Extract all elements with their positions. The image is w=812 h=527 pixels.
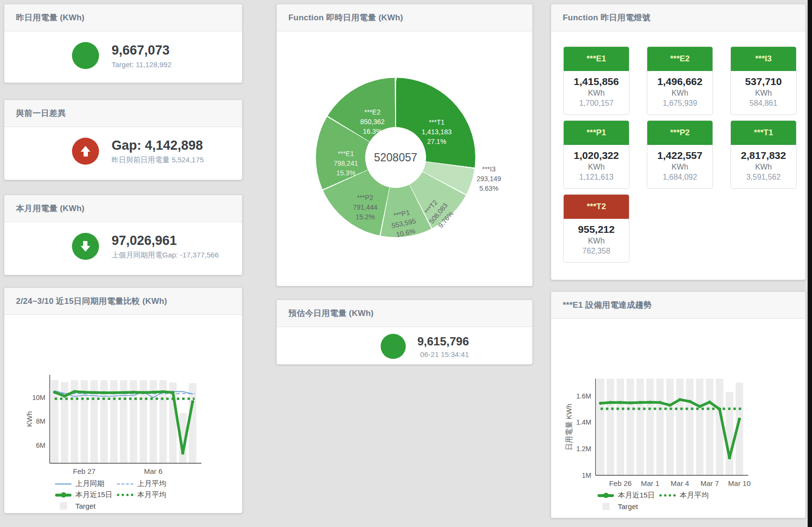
tile-header-label: ***E2 (647, 47, 712, 71)
status-tile-P2: ***P21,422,557KWh1,684,092 (647, 120, 713, 189)
y-axis-name: 日用電量 KWh (565, 404, 573, 451)
y-tick-label: 1.2M (576, 445, 591, 453)
target-swatch-icon (55, 502, 71, 510)
tile-target-value: 584,861 (731, 99, 796, 108)
data-point (599, 402, 602, 405)
tile-header-label: ***T1 (731, 121, 796, 145)
card-month-usage: 本月用電量 (KWh) 97,026,961 上個月同期用電Gap: -17,3… (4, 195, 242, 275)
target-bar (627, 379, 634, 475)
data-point (688, 400, 691, 403)
data-point (678, 398, 681, 401)
card-donut-title: Function 即時日用電量 (KWh) (277, 4, 532, 31)
card-yesterday-body: 9,667,073 Target: 11,128,992 (4, 31, 242, 69)
red-up-arrow-icon (72, 138, 99, 165)
card-estimate-body: 9,615,796 06-21 15:34:41 (277, 327, 532, 359)
data-point (122, 391, 125, 394)
compare-chart-legend: 上月同期上月平均本月近15日本月平均Target (55, 479, 179, 511)
tile-target-value: 1,121,613 (564, 173, 629, 182)
data-point (728, 456, 731, 459)
tile-unit: KWh (564, 163, 629, 171)
x-tick-label: Feb 26 (609, 479, 632, 487)
target-bar (637, 379, 644, 475)
trend-chart-legend: 本月近15日本月平均Target (598, 491, 721, 511)
legend-item-green-thick[interactable]: 本月近15日 (598, 491, 659, 500)
target-bar (686, 379, 693, 475)
data-point (609, 401, 612, 404)
donut-chart: 5208057 ***T11,413,18327.1%***I3293,1495… (316, 78, 475, 237)
pie-slice-label-I3: ***I3293,1495.63% (477, 165, 501, 194)
legend-item-blue-line[interactable]: 上月同期 (55, 479, 117, 488)
tile-value: 1,020,322 (564, 150, 629, 161)
card-day-gap-body: Gap: 4,142,898 昨日與前日用電量 5,524,175 (4, 127, 242, 165)
e1_trend-svg: 1M1.2M1.4M1.6M日用電量 KWhFeb 26Mar 1Mar 4Ma… (551, 319, 805, 491)
legend-item-blue-dashed[interactable]: 上月平均 (117, 479, 179, 488)
green-dotted-swatch-icon (659, 494, 676, 497)
day-gap-subtitle: 昨日與前日用電量 5,524,175 (112, 156, 204, 165)
month-usage-gap: 上個月同期用電Gap: -17,377,566 (112, 251, 219, 260)
x-tick-label: Mar 4 (670, 479, 689, 487)
data-point (142, 391, 145, 394)
tile-unit: KWh (647, 89, 712, 98)
green-thick-swatch-icon (55, 494, 71, 497)
legend-label: 本月近15日 (618, 491, 655, 500)
card-yesterday-title: 昨日用電量 (KWh) (4, 4, 242, 31)
data-point (629, 401, 632, 404)
card-month-title: 本月用電量 (KWh) (4, 195, 242, 222)
target-bar (696, 379, 703, 475)
x-tick-label: Feb 27 (73, 467, 96, 475)
kpi-text: Gap: 4,142,898 昨日與前日用電量 5,524,175 (112, 138, 204, 165)
tile-header-label: ***I3 (731, 47, 796, 71)
tile-unit: KWh (564, 89, 629, 98)
legend-label: Target (75, 502, 96, 510)
legend-row: 本月近15日本月平均 (55, 490, 179, 499)
data-point (152, 391, 155, 394)
card-month-body: 97,026,961 上個月同期用電Gap: -17,377,566 (4, 222, 242, 260)
card-e1-trend: ***E1 設備用電達成趨勢 1M1.2M1.4M1.6M日用電量 KWhFeb… (551, 291, 806, 518)
legend-label: Target (618, 502, 638, 511)
status-tile-P1: ***P11,020,322KWh1,121,613 (563, 120, 629, 189)
energy-dashboard: 昨日用電量 (KWh) 9,667,073 Target: 11,128,992… (0, 0, 812, 527)
data-point (181, 452, 184, 455)
tile-value: 1,422,557 (647, 150, 712, 161)
legend-item-green-dotted[interactable]: 本月平均 (117, 490, 179, 499)
yesterday-usage-value: 9,667,073 (112, 43, 171, 58)
legend-item-target[interactable]: Target (55, 502, 117, 510)
target-bar (656, 379, 664, 475)
tile-target-value: 1,700,157 (564, 99, 629, 108)
tile-value: 1,496,662 (647, 76, 712, 87)
data-point (649, 401, 652, 404)
legend-item-green-thick[interactable]: 本月近15日 (55, 490, 117, 499)
legend-row: Target (598, 502, 721, 511)
data-point (93, 391, 96, 394)
tile-target-value: 1,675,939 (647, 99, 712, 108)
data-point (171, 391, 174, 394)
donut-center-label: 5208057 (374, 151, 417, 164)
legend-row: 上月同期上月平均 (55, 479, 179, 488)
card-trend-title: ***E1 設備用電達成趨勢 (551, 292, 805, 319)
y-tick-label: 1M (582, 471, 591, 479)
legend-label: 上月平均 (137, 479, 166, 488)
x-tick-label: Mar 7 (700, 479, 719, 487)
tile-header-label: ***E1 (564, 47, 629, 71)
data-point (83, 391, 85, 394)
data-point (708, 400, 711, 403)
target-bar (676, 379, 684, 475)
kpi-text: 97,026,961 上個月同期用電Gap: -17,377,566 (112, 233, 219, 260)
legend-label: 本月平均 (680, 491, 709, 500)
target-bar (617, 379, 624, 475)
estimate-text: 9,615,796 06-21 15:34:41 (417, 335, 469, 358)
status-tile-E1: ***E11,415,856KWh1,700,157 (563, 46, 629, 115)
target-bar (597, 379, 604, 475)
legend-item-green-dotted[interactable]: 本月平均 (659, 491, 721, 500)
tiles-grid: ***E11,415,856KWh1,700,157***E21,496,662… (563, 46, 797, 263)
data-point (73, 390, 76, 393)
card-day-gap-title: 與前一日差異 (4, 100, 242, 127)
green-down-arrow-icon (72, 233, 99, 260)
target-bar (607, 379, 614, 475)
month-usage-value: 97,026,961 (112, 233, 219, 248)
target-bar (189, 383, 196, 463)
legend-row: Target (55, 501, 179, 511)
blue-line-swatch-icon (55, 484, 71, 484)
legend-item-target[interactable]: Target (598, 502, 659, 511)
green-dotted-swatch-icon (117, 494, 133, 496)
